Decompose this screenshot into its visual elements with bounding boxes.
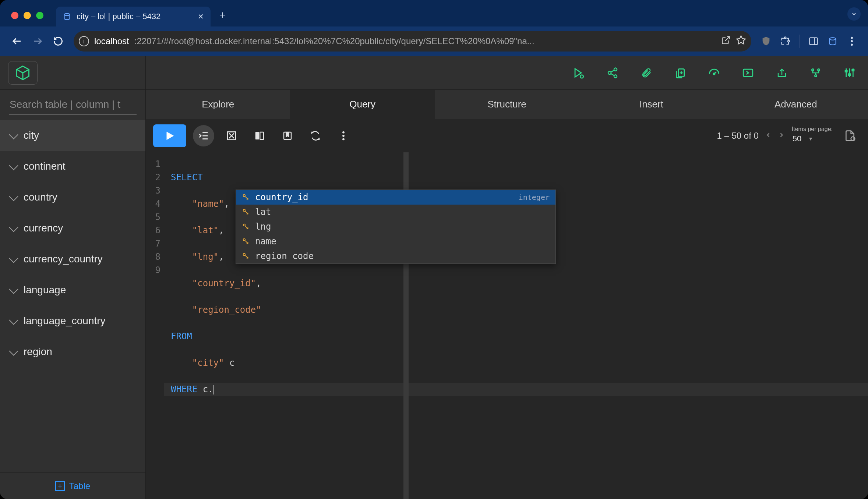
svg-line-20 [611,70,614,72]
new-tab-button[interactable]: + [211,9,233,26]
tabs-dropdown-button[interactable] [847,7,861,21]
more-menu-button[interactable] [333,125,354,146]
copy-doc-icon[interactable] [673,66,688,80]
app-logo[interactable] [8,61,38,85]
chevron-down-icon [9,284,18,294]
clear-button[interactable] [221,125,242,146]
browser-menu-icon[interactable] [844,33,860,49]
table-name: city [24,130,39,141]
bookmark-star-icon[interactable] [736,35,746,47]
format-indent-button[interactable] [193,125,214,146]
svg-point-54 [243,224,246,226]
svg-point-53 [243,209,246,212]
table-name: currency [24,222,63,234]
svg-rect-45 [255,132,259,139]
autocomplete-item[interactable]: country_idinteger [236,190,555,205]
svg-rect-46 [260,132,264,139]
query-toolbar: 1 – 50 of 0 Items per page: 50▼ [146,119,868,152]
svg-point-17 [614,68,617,71]
sliders-icon[interactable] [842,66,857,80]
table-name: currency_country [24,253,103,265]
autocomplete-item[interactable]: lat [236,205,555,219]
share-icon[interactable] [605,66,620,80]
items-per-page-value: 50 [793,134,801,144]
open-external-icon[interactable] [721,35,731,47]
ublock-icon[interactable] [758,33,774,49]
next-page-button[interactable] [778,131,785,141]
search-input[interactable] [9,95,137,115]
view-tab-explore[interactable]: Explore [146,90,290,119]
svg-point-31 [815,75,816,77]
browser-tab[interactable]: city – lol | public – 5432 ✕ [56,7,211,26]
forward-button[interactable] [29,32,46,50]
dropdown-icon: ▼ [808,136,813,142]
sidebar: citycontinentcountrycurrencycurrency_cou… [0,56,146,499]
plus-icon: + [55,481,65,491]
add-table-button[interactable]: + Table [0,473,145,499]
app-header [0,56,145,90]
import-icon[interactable] [741,66,755,80]
autocomplete-item[interactable]: name [236,234,555,249]
branch-icon[interactable] [808,66,823,80]
split-view-button[interactable] [249,125,270,146]
sidebar-table-item[interactable]: city [0,120,145,151]
add-table-label: Table [69,481,90,491]
table-list: citycontinentcountrycurrencycurrency_cou… [0,120,145,473]
items-per-page-label: Items per page: [792,126,833,132]
table-name: country [24,191,57,203]
svg-point-50 [342,138,345,140]
prev-page-button[interactable] [765,131,772,141]
sidebar-table-item[interactable]: language [0,275,145,305]
export-icon[interactable] [775,66,789,80]
sidebar-table-item[interactable]: region [0,336,145,367]
svg-point-10 [851,37,853,39]
window-maximize-button[interactable] [36,12,43,19]
side-panel-icon[interactable] [805,33,822,49]
tab-favicon [63,12,71,21]
svg-point-56 [243,254,246,256]
results-doc-button[interactable] [839,125,861,146]
site-info-icon[interactable]: i [79,36,89,46]
run-tool-icon[interactable] [571,66,586,80]
svg-point-19 [614,75,617,78]
extensions-icon[interactable] [777,33,793,49]
autocomplete-item[interactable]: region_code [236,249,555,263]
svg-point-16 [580,75,583,78]
svg-point-48 [342,131,345,134]
view-tab-advanced[interactable]: Advanced [724,90,868,119]
view-tab-query[interactable]: Query [290,90,434,119]
chevron-down-icon [9,161,18,170]
table-name: region [24,346,52,358]
window-minimize-button[interactable] [24,12,31,19]
autocomplete-type: integer [519,193,550,202]
chevron-down-icon [9,192,18,201]
autocomplete-label: lng [255,222,271,232]
sidebar-table-item[interactable]: country [0,182,145,213]
items-per-page[interactable]: Items per page: 50▼ [792,126,833,146]
refresh-query-button[interactable] [305,125,326,146]
autocomplete-item[interactable]: lng [236,219,555,234]
svg-point-9 [829,38,836,40]
url-path: :22071/#/root@host.docker.internal:5432/… [134,36,716,46]
svg-point-29 [812,69,814,71]
sidebar-table-item[interactable]: language_country [0,305,145,336]
sidebar-table-item[interactable]: continent [0,151,145,182]
bookmark-button[interactable] [277,125,298,146]
tab-close-button[interactable]: ✕ [198,12,204,21]
field-icon [242,237,250,245]
view-tab-insert[interactable]: Insert [579,90,723,119]
reload-button[interactable] [49,32,67,50]
back-button[interactable] [8,32,26,50]
run-button[interactable] [153,124,186,147]
window-controls [4,12,50,26]
pagination: 1 – 50 of 0 [717,131,785,141]
gauge-icon[interactable] [707,66,721,80]
address-bar[interactable]: i localhost:22071/#/root@host.docker.int… [74,31,751,52]
view-tab-structure[interactable]: Structure [435,90,579,119]
window-close-button[interactable] [11,12,18,19]
attachment-icon[interactable] [639,66,654,80]
chevron-down-icon [9,254,18,263]
sidebar-table-item[interactable]: currency [0,213,145,244]
sidebar-table-item[interactable]: currency_country [0,244,145,275]
profile-icon[interactable] [825,33,841,49]
